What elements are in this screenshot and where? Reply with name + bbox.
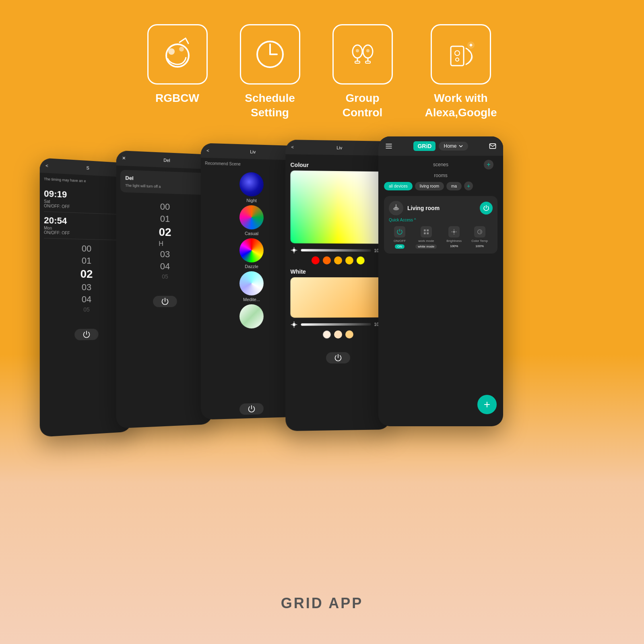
feature-alexa: Work with Alexa,Google [425,24,497,120]
rooms-add-btn[interactable]: + [464,182,473,190]
svg-point-15 [366,49,369,52]
screen2-close[interactable]: ✕ [122,155,126,161]
workmode-label: work mode [418,239,434,243]
svg-point-0 [166,44,189,67]
scene-dazzle[interactable]: Dazzle [205,238,297,269]
home-btn[interactable]: Home [439,142,468,151]
colour-gradient[interactable] [290,170,385,244]
dot-lime[interactable] [357,256,365,264]
device-power-btn[interactable] [480,202,493,215]
mail-icon[interactable] [489,142,497,150]
svg-rect-13 [365,61,370,63]
white-dot-2[interactable] [334,330,342,339]
scene-night-circle [239,172,264,196]
svg-point-1 [168,48,175,55]
scene-dazzle-label: Dazzle [245,264,258,269]
device-header: Living room [389,201,493,215]
screen2-power-toggle[interactable] [153,296,177,307]
time-picker-1: 00 01 02 03 04 05 [44,238,128,317]
scene-meditate[interactable]: Medite... [205,271,297,302]
brightness-icon [451,229,457,235]
colortemp-icon [477,229,483,235]
workmode-value: white mode [415,244,437,249]
screen3-back[interactable]: < [206,148,209,153]
svg-point-25 [293,323,296,326]
tab-all-devices[interactable]: all devices [384,182,413,190]
brightness-label: Brightness [446,239,462,243]
screen-main-app: GRiD Home scenes + rooms all devices liv… [378,136,503,426]
quick-access-label[interactable]: Quick Access ^ [389,218,493,222]
rooms-label: rooms [384,173,497,178]
alexa-icon-box [431,24,491,85]
screen-delete: ✕ Del Del The light will turn off a 00 0… [116,150,213,428]
colour-brightness: 100% [290,246,385,254]
onoff-label: ON/OFF [394,239,406,243]
scene-extra-circle [239,304,264,328]
screen1-back[interactable]: < [45,163,48,168]
ceiling-light-icon [392,204,400,213]
dialog-text: The light will turn off a [125,183,204,190]
colour-brightness-slider[interactable] [301,249,371,252]
device-name: Living room [407,205,440,211]
screen4-back[interactable]: < [291,144,293,149]
brightness-value: 100% [450,244,458,248]
scenes-add-btn[interactable]: + [484,160,493,169]
scene-meditate-circle [239,271,264,295]
time-picker-2: 00 01 02 H 03 04 05 [120,196,208,284]
tab-living-room[interactable]: living room [415,182,444,190]
header-logo-area: GRiD Home [413,141,468,151]
fab-add-btn[interactable]: + [477,395,497,414]
scene-extra[interactable] [205,304,297,330]
device-icon [389,201,403,215]
menu-icon[interactable] [385,142,393,150]
screen1-title: S [87,165,89,170]
chevron-down-icon [458,144,463,149]
bulbs-icon [345,36,381,72]
grid-icon [423,229,429,235]
power-icon-3 [248,405,256,413]
screen3-title: Liv [250,149,256,154]
rgbcw-label: RGBCW [155,91,199,105]
onoff-icon-box [394,226,405,237]
screen2-title: Del [163,157,170,163]
dot-yellow[interactable] [345,256,353,264]
dot-amber[interactable] [334,256,342,264]
svg-point-2 [179,47,184,52]
screen4-power-toggle[interactable] [326,352,350,363]
screen4-header: < Liv [285,140,390,156]
control-workmode: work mode white mode [415,226,437,249]
screen1-power-toggle[interactable] [74,328,98,340]
svg-rect-33 [489,144,495,149]
clock-icon [252,36,288,72]
workmode-icon-box [421,226,432,237]
schedule-label: Schedule Setting [245,91,295,120]
schedule-item-2: 20:54 Mon ON/OFF: OFF [44,212,128,240]
tab-ma[interactable]: ma [446,182,462,190]
screen-colour: < Liv Colour 100% White [285,140,390,431]
scene-casual[interactable]: Casual [205,204,297,236]
svg-point-20 [293,249,296,252]
dot-orange[interactable] [323,256,331,264]
power-icon [83,330,91,339]
sun-icon-2 [290,321,297,328]
screen3-power-toggle[interactable] [239,403,264,415]
scenes-row: scenes + [378,156,503,171]
white-gradient[interactable] [290,277,385,318]
palette-icon [159,36,196,72]
sun-icon [290,246,297,254]
device-card: Living room Quick Access ^ ON/OFF ON [384,196,497,254]
app-header: GRiD Home [378,136,503,156]
scene-night[interactable]: Night [205,171,297,204]
screen4-content: Colour 100% White [285,154,390,345]
white-brightness-slider[interactable] [301,323,371,326]
features-row: RGBCW Schedule Setting [0,0,644,136]
white-dot-1[interactable] [323,330,331,339]
scene-casual-circle [239,205,264,229]
dot-red[interactable] [312,256,320,264]
power-btn-icon [483,205,489,211]
svg-point-14 [356,49,359,52]
power-icon-2 [161,297,169,305]
svg-point-18 [456,58,459,61]
white-dot-3[interactable] [345,330,353,339]
colortemp-value: 100% [475,244,483,248]
